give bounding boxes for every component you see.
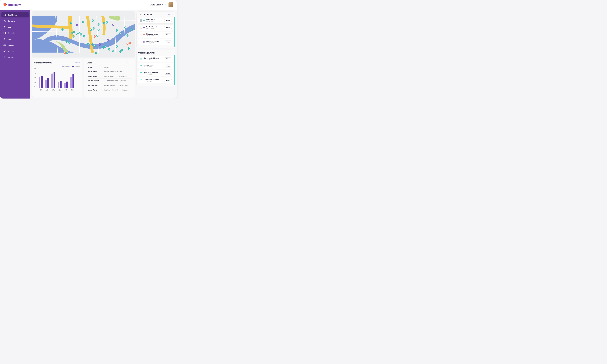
x-tick: Jan2023 xyxy=(39,89,43,91)
task-details-button[interactable]: Details xyxy=(164,26,172,29)
sidebar-item-map[interactable]: Map xyxy=(1,24,29,30)
map-pin[interactable] xyxy=(66,52,68,54)
bar xyxy=(72,74,74,88)
body: DashboardContactsMapCalendarTasksFinance… xyxy=(0,10,177,99)
bar xyxy=(60,81,62,88)
events-panel: Upcoming Events View All Community Clean… xyxy=(136,50,175,86)
bar-chart: 20K15K10K5K0 xyxy=(34,68,80,88)
sidebar-item-label: Dashboard xyxy=(8,14,17,16)
main: Contacts Overview View All ContactedReac… xyxy=(30,10,177,99)
email-card: Email View All Name Subject Sarah SmithR… xyxy=(84,59,135,97)
user-menu[interactable]: Jane Vanice xyxy=(150,2,173,7)
chevron-down-icon xyxy=(165,4,167,6)
event-title: Town Hall Meeting xyxy=(144,71,162,73)
map-pin[interactable] xyxy=(64,52,66,54)
task-title: Meet with staff xyxy=(146,26,162,28)
email-view-all[interactable]: View All xyxy=(127,62,132,64)
home-icon xyxy=(3,13,6,16)
bar-group xyxy=(64,81,68,88)
events-title: Upcoming Events xyxy=(138,52,155,54)
x-axis: Jan2023Feb2023Mar2023Apr2023Mar2023Jun20… xyxy=(34,89,80,91)
bar xyxy=(64,83,66,88)
sidebar-item-label: Calendar xyxy=(8,32,15,34)
sidebar-item-settings[interactable]: Settings xyxy=(1,55,29,60)
logo-text: proximity xyxy=(8,3,21,7)
tasks-title: Tasks to Fulfill xyxy=(138,13,152,16)
email-subject: Question About New Tax Policies xyxy=(104,75,131,77)
svg-point-12 xyxy=(5,57,5,58)
avatar[interactable] xyxy=(169,2,173,7)
tasks-panel: Tasks to Fulfill View All Setup officeFe… xyxy=(136,11,175,48)
svg-rect-60 xyxy=(140,58,142,60)
task-checkbox[interactable] xyxy=(140,41,142,43)
email-subject: Support Needed for Education Fund... xyxy=(104,84,131,86)
bar xyxy=(58,82,59,88)
contacts-overview-card: Contacts Overview View All ContactedReac… xyxy=(32,59,82,97)
task-checkbox[interactable] xyxy=(140,34,142,36)
sidebar-item-label: Map xyxy=(8,26,11,28)
task-details-button[interactable]: Details xyxy=(164,19,172,22)
x-tick: Mar2023 xyxy=(64,89,68,91)
banknote-icon xyxy=(3,44,6,46)
sidebar-item-contacts[interactable]: Contacts xyxy=(1,18,29,24)
bar xyxy=(70,77,72,88)
event-row: School VisitFeb 18, 2025 Details xyxy=(138,63,173,69)
task-status-dot xyxy=(143,41,145,43)
email-row[interactable]: Amelia BrooksFeedback on Recent Legislat… xyxy=(87,78,132,83)
header: proximity Jane Vanice xyxy=(0,0,177,10)
lower-row: Contacts Overview View All ContactedReac… xyxy=(32,59,135,97)
bar xyxy=(45,80,47,88)
event-details-button[interactable]: Details xyxy=(164,79,172,82)
email-col-subject: Subject xyxy=(104,67,131,68)
sidebar-item-label: Reports xyxy=(8,50,14,52)
map-pin[interactable] xyxy=(95,52,97,54)
task-date: Feb 28, 2025 xyxy=(146,42,162,44)
events-view-all[interactable]: View All xyxy=(168,52,173,54)
event-details-button[interactable]: Details xyxy=(164,65,172,67)
event-date: Feb 23, 2025 xyxy=(144,73,162,75)
event-date: Feb 18, 2025 xyxy=(144,66,162,68)
calendar-icon xyxy=(140,79,143,82)
task-details-button[interactable]: Details xyxy=(164,40,172,43)
sidebar-item-calendar[interactable]: Calendar xyxy=(1,30,29,36)
sidebar-item-finance[interactable]: Finance xyxy=(1,42,29,48)
event-details-button[interactable]: Details xyxy=(164,72,172,75)
svg-rect-5 xyxy=(4,45,6,46)
x-tick: Jun2023 xyxy=(70,89,74,91)
svg-point-1 xyxy=(4,26,5,27)
email-row[interactable]: Elijah HarperQuestion About New Tax Poli… xyxy=(87,74,132,78)
task-title: Setup office xyxy=(146,19,162,21)
event-date: Feb 02, 2025 xyxy=(144,59,162,60)
email-subject: Request for Assistance With ... xyxy=(104,71,131,72)
sidebar-item-reports[interactable]: Reports xyxy=(1,49,29,54)
map-card[interactable] xyxy=(32,11,135,57)
sidebar-item-tasks[interactable]: Tasks xyxy=(1,36,29,42)
svg-point-0 xyxy=(4,20,5,21)
pin-icon xyxy=(3,26,6,28)
logo[interactable]: proximity xyxy=(3,3,21,7)
person-focus-icon xyxy=(3,20,6,22)
event-row: Community CleanupFeb 02, 2025 Details xyxy=(138,56,173,62)
task-details-button[interactable]: Details xyxy=(164,33,172,36)
email-row[interactable]: Jackson ReidSupport Needed for Education… xyxy=(87,83,132,88)
sidebar-item-label: Contacts xyxy=(8,20,15,22)
logo-icon xyxy=(3,3,7,7)
email-row[interactable]: Sarah SmithRequest for Assistance With .… xyxy=(87,69,132,74)
email-row[interactable]: Lucas PorterHow Can I Get Involved in Lo… xyxy=(87,88,132,92)
sidebar-item-label: Tasks xyxy=(8,38,12,40)
center-column: Contacts Overview View All ContactedReac… xyxy=(32,11,135,97)
sidebar: DashboardContactsMapCalendarTasksFinance… xyxy=(0,10,30,99)
bar-group xyxy=(45,78,49,88)
task-checkbox[interactable] xyxy=(140,19,142,22)
event-row: Legislative SessionFeb 28, 2025 Details xyxy=(138,77,173,83)
tasks-view-all[interactable]: View All xyxy=(168,14,173,15)
email-sender: Lucas Porter xyxy=(88,89,104,91)
svg-rect-63 xyxy=(140,80,142,81)
sidebar-item-dashboard[interactable]: Dashboard xyxy=(1,12,29,17)
right-column: Tasks to Fulfill View All Setup officeFe… xyxy=(136,11,175,97)
task-title: File paper work xyxy=(146,33,162,35)
contacts-view-all[interactable]: View All xyxy=(75,62,80,64)
event-details-button[interactable]: Details xyxy=(164,57,172,60)
email-sender: Elijah Harper xyxy=(88,75,104,77)
task-checkbox[interactable] xyxy=(140,26,142,29)
